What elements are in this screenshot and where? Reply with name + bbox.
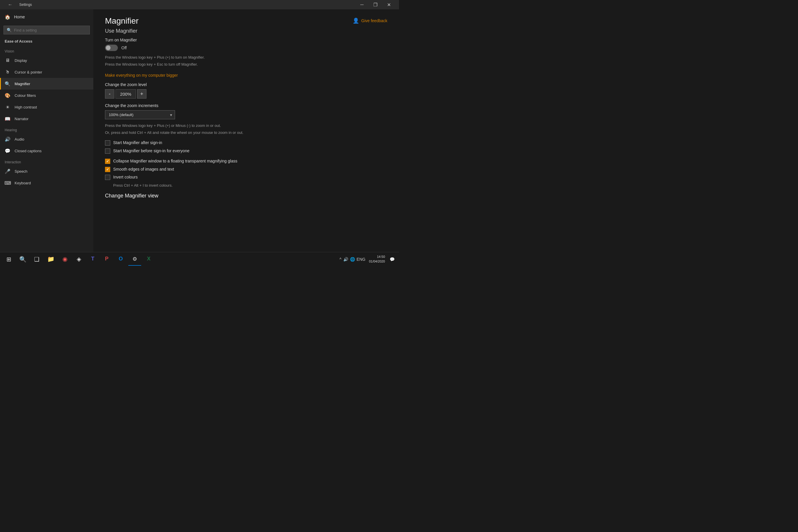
notification-button[interactable]: 💬	[387, 253, 397, 266]
vision-section-label: Vision	[0, 46, 93, 55]
sidebar-item-colour-filters[interactable]: 🎨 Colour filters	[0, 90, 93, 101]
sidebar-item-audio[interactable]: 🔊 Audio	[0, 133, 93, 145]
sidebar-home-label: Home	[14, 15, 25, 19]
ease-of-access-label: Ease of Access	[0, 37, 93, 46]
sidebar-closed-captions-label: Closed captions	[15, 149, 42, 153]
zoom-control: - 200% +	[105, 89, 387, 99]
minimize-button[interactable]: ─	[355, 0, 369, 10]
sidebar-item-narrator[interactable]: 📖 Narrator	[0, 113, 93, 125]
give-feedback-text[interactable]: Give feedback	[361, 18, 387, 23]
sidebar-item-closed-captions[interactable]: 💬 Closed captions	[0, 145, 93, 157]
zoom-hint-2: Or, press and hold Ctrl + Alt and rotate…	[105, 130, 387, 136]
zoom-value-display: 200%	[115, 89, 136, 99]
back-button[interactable]: ←	[3, 0, 17, 10]
speech-icon: 🎤	[5, 168, 11, 174]
zoom-increments-label: Change the zoom increments	[105, 103, 387, 108]
teams-icon: T	[91, 256, 95, 262]
taskbar-app-epic[interactable]: ◈	[72, 253, 85, 266]
taskbar-app-settings[interactable]: ⚙	[128, 253, 141, 266]
change-magnifier-view-heading: Change Magnifier view	[105, 193, 387, 199]
sidebar-item-home[interactable]: 🏠 Home	[0, 10, 93, 24]
close-button[interactable]: ✕	[382, 0, 396, 10]
taskbar-app-chrome[interactable]: ◉	[58, 253, 71, 266]
task-view-button[interactable]: ❑	[30, 253, 43, 266]
sidebar-item-keyboard[interactable]: ⌨ Keyboard	[0, 177, 93, 189]
taskbar-app-excel[interactable]: X	[142, 253, 155, 266]
checkbox-start-after-signin-label: Start Magnifier after sign-in	[113, 140, 162, 146]
chrome-icon: ◉	[62, 255, 68, 263]
sidebar-item-speech[interactable]: 🎤 Speech	[0, 165, 93, 177]
zoom-minus-button[interactable]: -	[105, 89, 114, 99]
checkbox-row-collapse-window: Collapse Magnifier window to a floating …	[105, 158, 387, 164]
main-content: 👤 Give feedback Magnifier Use Magnifier …	[93, 10, 399, 252]
restore-button[interactable]: ❐	[369, 0, 382, 10]
sidebar-narrator-label: Narrator	[15, 117, 28, 121]
high-contrast-icon: ☀	[5, 104, 11, 110]
taskbar: ⊞ 🔍 ❑ 📁 ◉ ◈ T P O ⚙ X ^ 🔊 🌐	[0, 252, 399, 266]
sidebar-speech-label: Speech	[15, 169, 27, 173]
clock-date: 01/04/2020	[369, 259, 385, 264]
checkbox-collapse-window-label: Collapse Magnifier window to a floating …	[113, 158, 238, 164]
checkbox-row-start-after-signin: Start Magnifier after sign-in	[105, 140, 387, 146]
narrator-icon: 📖	[5, 116, 11, 121]
taskbar-app-powerpoint[interactable]: P	[100, 253, 113, 266]
use-magnifier-heading: Use Magnifier	[105, 28, 387, 34]
taskbar-app-teams[interactable]: T	[86, 253, 99, 266]
interaction-section-label: Interaction	[0, 157, 93, 165]
taskbar-app-explorer[interactable]: 📁	[44, 253, 57, 266]
epic-icon: ◈	[77, 255, 81, 263]
closed-captions-icon: 💬	[5, 148, 11, 154]
magnifier-toggle[interactable]	[105, 45, 118, 51]
magnifier-icon: 🔍	[5, 81, 11, 87]
bigger-link[interactable]: Make everything on my computer bigger	[105, 73, 178, 78]
magnifier-toggle-row: Off	[105, 45, 387, 51]
sidebar-item-magnifier[interactable]: 🔍 Magnifier	[0, 78, 93, 90]
toggle-state-label: Off	[121, 45, 127, 50]
sidebar-cursor-label: Cursor & pointer	[15, 70, 42, 74]
zoom-hint-1: Press the Windows logo key + Plus (+) or…	[105, 123, 387, 129]
explorer-icon: 📁	[47, 255, 55, 263]
zoom-plus-button[interactable]: +	[137, 89, 147, 99]
start-button[interactable]: ⊞	[2, 253, 15, 266]
taskbar-app-outlook[interactable]: O	[114, 253, 127, 266]
checkbox-smooth-edges[interactable]	[105, 167, 110, 172]
hint-line-1: Press the Windows logo key + Plus (+) to…	[105, 55, 387, 60]
checkbox-start-before-signin[interactable]	[105, 149, 110, 154]
checkbox-row-smooth-edges: Smooth edges of images and text	[105, 167, 387, 172]
network-icon[interactable]: 🌐	[350, 257, 355, 262]
sidebar-audio-label: Audio	[15, 137, 24, 141]
checkbox-row-invert-colours: Invert colours	[105, 174, 387, 180]
taskbar-clock[interactable]: 14:50 01/04/2020	[369, 254, 385, 264]
sidebar-high-contrast-label: High contrast	[15, 105, 37, 109]
checkbox-start-after-signin[interactable]	[105, 140, 110, 146]
sidebar: 🏠 Home 🔍 Ease of Access Vision 🖥 Display…	[0, 10, 93, 252]
zoom-increment-select[interactable]: 100% (default) 25% 50% 100% (default) 15…	[105, 110, 175, 119]
title-bar-left: ← Settings	[3, 0, 32, 10]
checkbox-collapse-window[interactable]	[105, 159, 110, 164]
turn-on-magnifier-label: Turn on Magnifier	[105, 38, 387, 42]
taskbar-right: ^ 🔊 🌐 ENG 14:50 01/04/2020 💬	[338, 253, 397, 266]
notification-icon: 💬	[390, 257, 395, 262]
app-body: 🏠 Home 🔍 Ease of Access Vision 🖥 Display…	[0, 10, 399, 252]
give-feedback-area[interactable]: 👤 Give feedback	[353, 18, 387, 24]
cursor-icon: 🖱	[5, 69, 11, 75]
checkbox-row-start-before-signin: Start Magnifier before sign-in for every…	[105, 148, 387, 154]
sidebar-item-display[interactable]: 🖥 Display	[0, 55, 93, 66]
search-input[interactable]	[14, 28, 87, 32]
zoom-level-label: Change the zoom level	[105, 82, 387, 87]
sidebar-item-high-contrast[interactable]: ☀ High contrast	[0, 101, 93, 113]
chevron-up-icon[interactable]: ^	[340, 257, 342, 262]
sidebar-colour-filters-label: Colour filters	[15, 93, 36, 98]
sidebar-display-label: Display	[15, 58, 27, 63]
feedback-icon: 👤	[353, 18, 359, 24]
search-box[interactable]: 🔍	[3, 26, 90, 34]
checkbox-invert-colours[interactable]	[105, 175, 110, 180]
checkbox-start-before-signin-label: Start Magnifier before sign-in for every…	[113, 148, 189, 154]
checkbox-invert-colours-label: Invert colours	[113, 174, 138, 180]
taskbar-search-button[interactable]: 🔍	[16, 253, 29, 266]
toggle-knob	[106, 45, 111, 50]
home-icon: 🏠	[5, 14, 11, 20]
volume-icon[interactable]: 🔊	[343, 257, 348, 262]
language-indicator[interactable]: ENG	[357, 257, 365, 262]
sidebar-item-cursor[interactable]: 🖱 Cursor & pointer	[0, 66, 93, 78]
